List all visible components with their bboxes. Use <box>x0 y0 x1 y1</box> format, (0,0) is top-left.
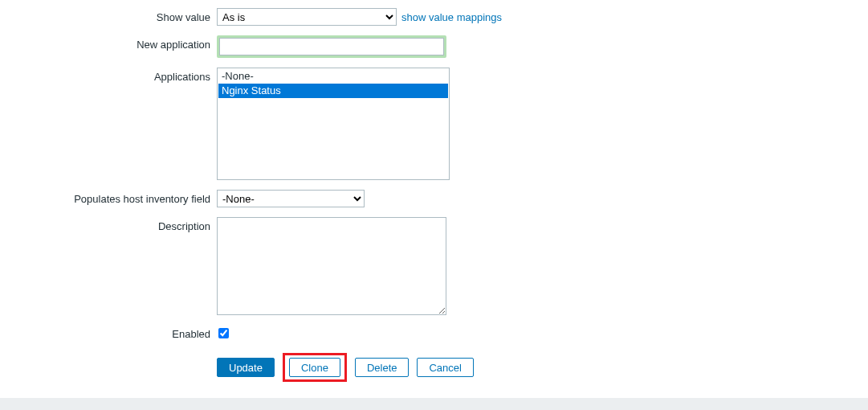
list-item[interactable]: -None- <box>218 69 448 84</box>
row-enabled: Enabled <box>0 325 868 340</box>
clone-button[interactable]: Clone <box>289 358 340 377</box>
new-application-input[interactable] <box>219 38 444 55</box>
applications-listbox[interactable]: -None- Nginx Status <box>217 68 450 180</box>
row-applications: Applications -None- Nginx Status <box>0 68 868 180</box>
label-new-application: New application <box>0 35 217 51</box>
label-show-value: Show value <box>0 8 217 23</box>
label-enabled: Enabled <box>0 325 217 340</box>
update-button[interactable]: Update <box>217 358 275 377</box>
list-item[interactable]: Nginx Status <box>218 84 448 98</box>
label-applications: Applications <box>0 68 217 83</box>
show-value-mappings-link[interactable]: show value mappings <box>401 11 502 23</box>
enabled-checkbox[interactable] <box>218 328 229 338</box>
row-populates-inventory: Populates host inventory field -None- <box>0 190 868 207</box>
row-description: Description <box>0 217 868 315</box>
label-description: Description <box>0 217 217 232</box>
populates-inventory-select[interactable]: -None- <box>217 190 365 207</box>
show-value-select[interactable]: As is <box>217 8 397 26</box>
cancel-button[interactable]: Cancel <box>417 358 473 377</box>
clone-highlight: Clone <box>283 353 347 382</box>
footer: Zabbix 3.0.4. © 2001–2016, Zabbix SIA <box>0 398 868 410</box>
row-show-value: Show value As is show value mappings <box>0 8 868 26</box>
button-row: Update Clone Delete Cancel <box>217 350 868 382</box>
description-textarea[interactable] <box>217 217 446 315</box>
new-application-highlight <box>217 35 446 58</box>
label-populates-inventory: Populates host inventory field <box>0 190 217 205</box>
row-new-application: New application <box>0 35 868 58</box>
delete-button[interactable]: Delete <box>355 358 410 377</box>
form-area: Show value As is show value mappings New… <box>0 0 868 398</box>
